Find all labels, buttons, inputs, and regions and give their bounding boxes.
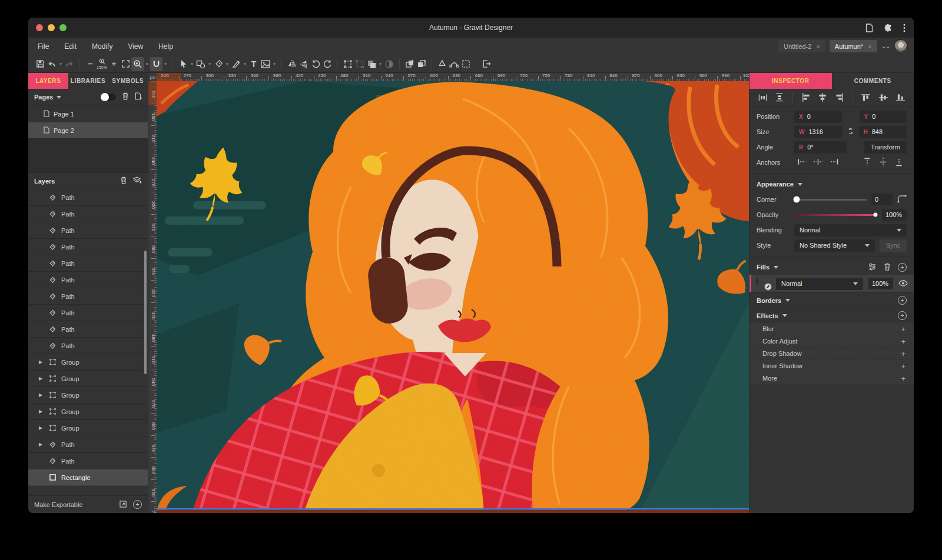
borders-header[interactable]: Borders + — [749, 292, 914, 308]
add-effect-plus-icon[interactable]: + — [901, 337, 905, 346]
anchor-top-icon[interactable] — [864, 158, 870, 168]
effect-row[interactable]: Drop Shadow + — [749, 348, 914, 360]
marquee-select-button[interactable] — [460, 57, 472, 71]
menu-item[interactable]: Modify — [92, 42, 112, 51]
align-top-icon[interactable] — [861, 94, 870, 102]
align-middle-vertical-icon[interactable] — [879, 94, 888, 102]
layer-row[interactable]: ▶ Rectangle — [28, 469, 148, 486]
undo-button[interactable] — [46, 57, 58, 71]
save-button[interactable] — [34, 57, 46, 71]
add-fill-icon[interactable]: + — [898, 263, 907, 272]
position-y-field[interactable]: Y0 — [860, 111, 907, 123]
align-center-horizontal-icon[interactable] — [818, 93, 827, 102]
inspector-tab[interactable]: COMMENTS — [832, 73, 914, 89]
add-effect-plus-icon[interactable]: + — [901, 362, 905, 371]
add-border-icon[interactable]: + — [898, 296, 907, 305]
add-effect-plus-icon[interactable]: + — [901, 374, 905, 383]
send-backward-button[interactable] — [416, 57, 427, 71]
document-tab[interactable]: Autumun* × — [830, 40, 877, 52]
zoom-in-button[interactable] — [108, 57, 120, 71]
zoom-tool[interactable] — [131, 57, 144, 71]
expand-arrow-icon[interactable]: ▶ — [39, 392, 44, 398]
make-exportable-bar[interactable]: Make Exportable + — [28, 495, 148, 513]
layer-row[interactable]: ▶ Path — [28, 321, 148, 338]
snap-magnet-tool[interactable] — [150, 57, 162, 71]
effect-row[interactable]: More + — [749, 372, 914, 385]
shape-tool[interactable] — [195, 57, 207, 71]
tab-close-icon[interactable]: × — [868, 43, 871, 50]
expand-arrow-icon[interactable]: ▶ — [39, 425, 44, 431]
effect-row[interactable]: Inner Shadow + — [749, 360, 914, 372]
layer-row[interactable]: ▶ Path — [28, 255, 148, 272]
appearance-header[interactable]: Appearance — [749, 176, 914, 192]
canvas[interactable] — [157, 81, 749, 513]
add-layer-icon[interactable] — [133, 176, 142, 186]
fill-opacity-field[interactable]: 100% — [868, 278, 893, 289]
redo-button[interactable] — [64, 57, 75, 71]
add-page-icon[interactable] — [135, 92, 142, 102]
fills-header[interactable]: Fills + — [749, 259, 914, 275]
tab-overflow-icon[interactable]: ⌄⌄ — [881, 42, 890, 50]
layer-row[interactable]: ▶ Path — [28, 338, 148, 354]
horizontal-ruler[interactable]: 2402703003303603904204504805105405706006… — [157, 73, 749, 81]
boolean-ops-caret[interactable]: ▾ — [377, 57, 383, 71]
shape-tool-caret[interactable]: ▾ — [207, 57, 213, 71]
trash-icon[interactable] — [122, 92, 129, 102]
anchor-middle-vertical-icon[interactable] — [880, 158, 886, 168]
eye-icon[interactable] — [898, 280, 908, 288]
menu-item[interactable]: View — [128, 42, 143, 51]
avatar[interactable] — [894, 39, 908, 54]
bring-forward-button[interactable] — [404, 57, 416, 71]
left-panel-tab[interactable]: SYMBOLS — [108, 73, 148, 89]
undo-menu-caret[interactable]: ▾ — [58, 57, 64, 71]
align-right-icon[interactable] — [835, 93, 844, 102]
image-tool-caret[interactable]: ▾ — [271, 57, 277, 71]
opacity-slider[interactable] — [794, 214, 877, 216]
document-tab[interactable]: Untitled-2 × — [778, 40, 825, 52]
layer-row[interactable]: ▶ Group — [28, 371, 148, 387]
blending-select[interactable]: Normal — [794, 224, 907, 236]
layer-row[interactable]: ▶ Group — [28, 404, 148, 420]
knife-tool[interactable] — [230, 57, 242, 71]
image-tool[interactable] — [260, 57, 271, 71]
page-row[interactable]: Page 1 — [28, 105, 148, 122]
shared-style-select[interactable]: No Shared Style — [794, 239, 875, 252]
anchor-center-horizontal-icon[interactable] — [814, 159, 822, 166]
constrain-proportions-icon[interactable] — [847, 127, 854, 136]
chevron-down-icon[interactable] — [57, 96, 61, 99]
anchor-left-icon[interactable] — [798, 159, 807, 166]
extension-icon[interactable] — [884, 24, 893, 32]
add-effect-plus-icon[interactable]: + — [901, 325, 905, 334]
expand-arrow-icon[interactable]: ▶ — [39, 359, 44, 365]
select-tool-caret[interactable]: ▾ — [189, 57, 195, 71]
page-row[interactable]: Page 2 — [28, 122, 148, 138]
flip-horizontal-button[interactable] — [286, 57, 298, 71]
mask-button[interactable] — [383, 57, 395, 71]
fill-options-icon[interactable] — [868, 263, 877, 272]
effect-row[interactable]: Color Adjust + — [749, 335, 914, 348]
text-tool[interactable]: T — [248, 57, 260, 71]
pages-toggle[interactable] — [101, 94, 116, 101]
position-x-field[interactable]: X0 — [794, 111, 842, 123]
layer-row[interactable]: ▶ Group — [28, 387, 148, 404]
size-height-field[interactable]: H848 — [859, 126, 907, 138]
rotate-cw-button[interactable] — [321, 57, 333, 71]
tab-close-icon[interactable]: × — [816, 43, 820, 50]
layer-row[interactable]: ▶ Path — [28, 272, 148, 288]
expand-arrow-icon[interactable]: ▶ — [39, 376, 44, 381]
fit-screen-button[interactable] — [120, 57, 131, 71]
fill-color-swatch[interactable] — [757, 277, 758, 285]
boolean-ops-button[interactable] — [366, 57, 377, 71]
distribute-horizontal-icon[interactable] — [758, 94, 767, 102]
layer-row[interactable]: ▶ Path — [28, 288, 148, 305]
add-effect-plus-icon[interactable]: + — [901, 349, 905, 358]
vertical-ruler[interactable]: 1501802102402703003303603904204504805105… — [148, 81, 157, 513]
scrollbar[interactable] — [144, 251, 147, 374]
vector-path-button[interactable] — [448, 57, 460, 71]
transform-button[interactable]: Transform — [864, 141, 907, 154]
convert-symbol-button[interactable] — [436, 57, 448, 71]
distribute-vertical-icon[interactable] — [775, 93, 784, 102]
layer-row[interactable]: ▶ Path — [28, 453, 148, 469]
effects-header[interactable]: Effects + — [749, 308, 914, 323]
left-panel-tab[interactable]: LAYERS — [28, 73, 68, 89]
